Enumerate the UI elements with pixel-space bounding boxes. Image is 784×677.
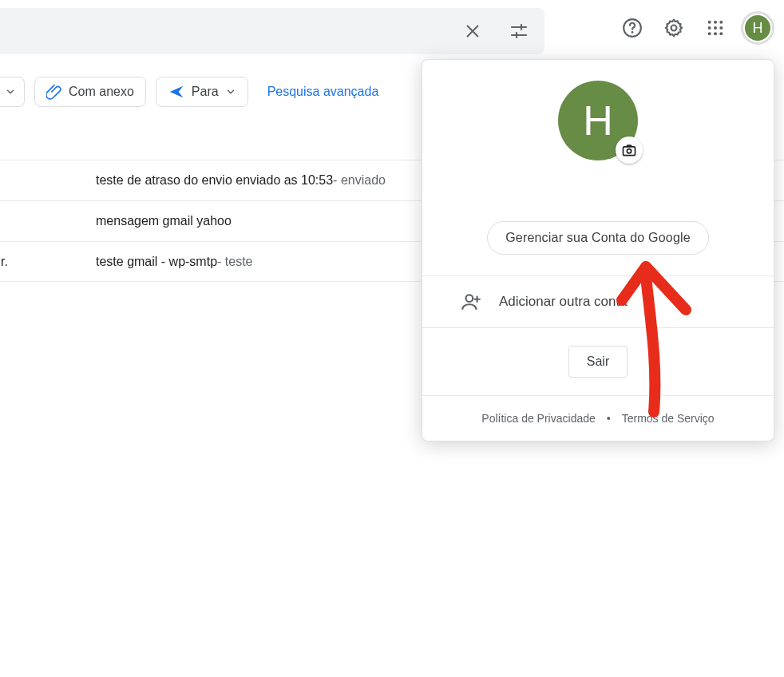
row-subject: teste gmail - wp-smtp: [96, 255, 217, 269]
svg-point-12: [719, 26, 723, 30]
apps-icon: [707, 19, 724, 37]
svg-point-7: [708, 21, 711, 24]
filter-chip-attachment[interactable]: Com anexo: [34, 77, 146, 107]
signout-section: Sair: [422, 327, 774, 395]
filter-chip-to[interactable]: Para: [156, 77, 248, 107]
terms-link[interactable]: Termos de Serviço: [622, 412, 715, 425]
apps-button[interactable]: [699, 12, 731, 44]
svg-point-17: [627, 149, 631, 153]
svg-point-18: [466, 295, 473, 302]
send-icon: [168, 83, 185, 101]
avatar-big-wrap: H: [558, 81, 638, 160]
add-account-label: Adicionar outra conta: [499, 294, 628, 310]
svg-point-5: [632, 31, 634, 34]
filter-chip-to-label: Para: [192, 85, 219, 99]
row-subject: teste de atraso do envio enviado as 10:5…: [96, 173, 333, 188]
settings-button[interactable]: [658, 12, 690, 44]
svg-point-8: [714, 21, 717, 24]
search-options-button[interactable]: [503, 15, 535, 47]
svg-point-11: [714, 26, 717, 30]
header-actions: H: [616, 11, 774, 45]
row-subject: mensagem gmail yahoo: [96, 214, 232, 228]
clear-search-button[interactable]: [457, 15, 489, 47]
svg-point-13: [708, 32, 711, 35]
add-account-button[interactable]: Adicionar outra conta: [422, 276, 774, 327]
menu-section: Adicionar outra conta: [422, 275, 774, 327]
tune-icon: [509, 22, 529, 41]
dot-separator: •: [607, 412, 611, 425]
svg-point-10: [708, 26, 711, 30]
filter-chip-cut[interactable]: [0, 77, 25, 107]
menu-footer: Política de Privacidade • Termos de Serv…: [422, 395, 774, 441]
camera-icon: [621, 142, 637, 158]
account-menu: H Gerenciar sua Conta do Google Adiciona…: [422, 59, 774, 441]
chevron-down-icon: [5, 86, 16, 97]
gear-icon: [663, 18, 684, 38]
privacy-link[interactable]: Política de Privacidade: [481, 412, 595, 425]
change-photo-button[interactable]: [616, 137, 643, 164]
svg-point-6: [671, 26, 677, 31]
close-icon: [464, 22, 481, 40]
filter-chip-attachment-label: Com anexo: [69, 85, 134, 99]
row-tail: r.: [0, 255, 8, 269]
svg-point-15: [719, 32, 723, 35]
manage-account-button[interactable]: Gerenciar sua Conta do Google: [487, 221, 709, 255]
help-icon: [622, 18, 643, 38]
search-bar: [0, 8, 544, 54]
chevron-down-icon: [225, 86, 236, 97]
advanced-search-link[interactable]: Pesquisa avançada: [267, 85, 379, 99]
signout-button[interactable]: Sair: [568, 346, 628, 378]
attachment-icon: [46, 84, 62, 100]
person-add-icon: [461, 291, 481, 312]
row-snippet: - enviado: [333, 173, 386, 188]
account-avatar-button[interactable]: H: [741, 11, 774, 45]
svg-point-9: [719, 21, 723, 24]
svg-point-14: [714, 32, 717, 35]
avatar-initial: H: [745, 15, 770, 41]
svg-rect-16: [624, 147, 636, 156]
row-snippet: - teste: [217, 255, 252, 269]
help-button[interactable]: [616, 12, 648, 44]
